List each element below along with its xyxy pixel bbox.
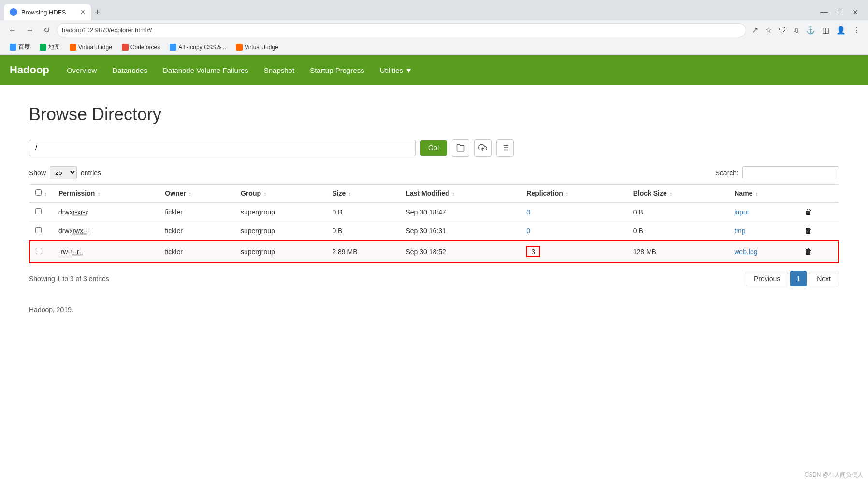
search-label: Search:: [715, 169, 738, 177]
tab-title: Browsing HDFS: [21, 9, 77, 16]
bookmark-virtual-judge-1[interactable]: Virtual Judge: [66, 43, 116, 52]
bookmark-codeforces[interactable]: Codeforces: [118, 43, 164, 52]
bookmark-label-maps: 地图: [48, 43, 60, 51]
col-name[interactable]: Name ↕: [728, 185, 799, 203]
nav-overview[interactable]: Overview: [59, 57, 105, 83]
select-all-checkbox[interactable]: [35, 189, 42, 196]
row-name[interactable]: web.log: [728, 241, 799, 263]
bookmark-maps[interactable]: 地图: [36, 42, 64, 52]
path-input[interactable]: [29, 140, 416, 156]
bookmark-label-vj2: Virtual Judge: [245, 44, 278, 51]
row-name[interactable]: input: [728, 202, 799, 222]
nav-datanode-volume-failures[interactable]: Datanode Volume Failures: [155, 57, 256, 83]
col-replication[interactable]: Replication ↕: [521, 185, 627, 203]
table-controls: Show 10 25 50 100 entries Search:: [29, 166, 839, 179]
list-icon-button[interactable]: [496, 139, 514, 157]
row-delete-cell[interactable]: 🗑: [799, 222, 839, 241]
maximize-button[interactable]: □: [836, 6, 844, 18]
row-delete-cell[interactable]: 🗑: [799, 202, 839, 222]
nav-startup-progress[interactable]: Startup Progress: [302, 57, 372, 83]
row-checkbox[interactable]: [35, 208, 42, 214]
go-button[interactable]: Go!: [420, 140, 447, 156]
next-button[interactable]: Next: [809, 271, 839, 286]
footer-text: Hadoop, 2019.: [29, 306, 839, 313]
row-last-modified: Sep 30 18:47: [400, 202, 521, 222]
row-checkbox[interactable]: [35, 227, 42, 233]
show-label: Show: [29, 169, 46, 177]
account-icon[interactable]: 👤: [834, 24, 848, 37]
nav-datanodes[interactable]: Datanodes: [104, 57, 155, 83]
col-permission[interactable]: Permission ↕: [53, 185, 159, 203]
folder-icon-button[interactable]: [452, 139, 469, 157]
file-name-link[interactable]: tmp: [734, 227, 745, 235]
bookmark-favicon-baidu: [10, 44, 16, 51]
nav-utilities-dropdown[interactable]: Utilities ▼: [372, 57, 420, 83]
table-row: drwxrwx--- fickler supergroup 0 B Sep 30…: [29, 222, 839, 241]
bookmark-icon[interactable]: ☆: [763, 24, 774, 37]
bookmark-virtual-judge-2[interactable]: Virtual Judge: [232, 43, 282, 52]
row-group: supergroup: [235, 202, 326, 222]
extensions-icon[interactable]: ⚓: [804, 24, 817, 37]
nav-utilities-button[interactable]: Utilities ▼: [372, 57, 420, 83]
toolbar-icons: ↗ ☆ 🛡 ♫ ⚓ ◫ 👤 ⋮: [750, 24, 862, 37]
col-size[interactable]: Size ↕: [326, 185, 400, 203]
sidebar-icon[interactable]: ◫: [820, 24, 831, 37]
profile-icon[interactable]: ♫: [791, 24, 801, 37]
address-input[interactable]: [57, 23, 746, 37]
new-tab-button[interactable]: +: [91, 5, 104, 19]
col-block-size[interactable]: Block Size ↕: [627, 185, 729, 203]
file-name-link[interactable]: web.log: [734, 248, 757, 256]
active-tab[interactable]: Browsing HDFS ×: [4, 4, 91, 20]
shield-icon[interactable]: 🛡: [777, 24, 788, 37]
bookmark-favicon-vj1: [70, 44, 76, 51]
select-all-header[interactable]: ↕: [29, 185, 53, 203]
tab-bar: Browsing HDFS × + — □ ✕: [0, 0, 868, 20]
upload-icon-button[interactable]: [474, 139, 492, 157]
minimize-button[interactable]: —: [818, 6, 830, 18]
col-owner[interactable]: Owner ↕: [159, 185, 235, 203]
show-select[interactable]: 10 25 50 100: [50, 166, 77, 179]
row-checkbox-cell[interactable]: [29, 241, 53, 263]
pagination: Previous 1 Next: [746, 271, 839, 286]
share-icon[interactable]: ↗: [750, 24, 760, 37]
delete-button[interactable]: 🗑: [805, 208, 812, 216]
row-replication: 3: [521, 241, 627, 263]
row-last-modified: Sep 30 16:31: [400, 222, 521, 241]
page-1-button[interactable]: 1: [790, 271, 807, 286]
close-window-button[interactable]: ✕: [850, 6, 860, 19]
row-checkbox-cell[interactable]: [29, 202, 53, 222]
bookmark-baidu[interactable]: 百度: [6, 42, 34, 52]
replication-link[interactable]: 0: [526, 227, 530, 235]
row-block-size: 128 MB: [627, 241, 729, 263]
delete-button[interactable]: 🗑: [805, 227, 812, 235]
browser-chrome: Browsing HDFS × + — □ ✕ ← → ↻ ↗ ☆ 🛡 ♫ ⚓ …: [0, 0, 868, 55]
menu-icon[interactable]: ⋮: [851, 24, 862, 37]
previous-button[interactable]: Previous: [746, 271, 788, 286]
replication-value: 3: [526, 246, 540, 257]
file-name-link[interactable]: input: [734, 208, 749, 216]
hadoop-brand: Hadoop: [10, 55, 59, 85]
tab-close-button[interactable]: ×: [81, 8, 85, 16]
sort-icon-replication: ↕: [566, 191, 568, 197]
search-input[interactable]: [742, 166, 839, 179]
col-group[interactable]: Group ↕: [235, 185, 326, 203]
delete-button[interactable]: 🗑: [805, 247, 812, 256]
row-checkbox[interactable]: [36, 248, 42, 254]
col-last-modified[interactable]: Last Modified ↕: [400, 185, 521, 203]
reload-button[interactable]: ↻: [41, 24, 53, 37]
row-replication[interactable]: 0: [521, 222, 627, 241]
row-delete-cell[interactable]: 🗑: [799, 241, 839, 263]
row-replication[interactable]: 0: [521, 202, 627, 222]
row-checkbox-cell[interactable]: [29, 222, 53, 241]
tab-favicon: [10, 8, 17, 16]
address-bar: ← → ↻ ↗ ☆ 🛡 ♫ ⚓ ◫ 👤 ⋮: [0, 20, 868, 40]
nav-snapshot[interactable]: Snapshot: [256, 57, 302, 83]
replication-link[interactable]: 0: [526, 208, 530, 216]
back-button[interactable]: ←: [6, 24, 19, 37]
table-body: drwxr-xr-x fickler supergroup 0 B Sep 30…: [29, 202, 839, 263]
row-name[interactable]: tmp: [728, 222, 799, 241]
show-entries: Show 10 25 50 100 entries: [29, 166, 101, 179]
search-row: Search:: [715, 166, 839, 179]
forward-button[interactable]: →: [23, 24, 37, 37]
bookmark-all-css[interactable]: All - copy CSS &...: [166, 43, 230, 52]
